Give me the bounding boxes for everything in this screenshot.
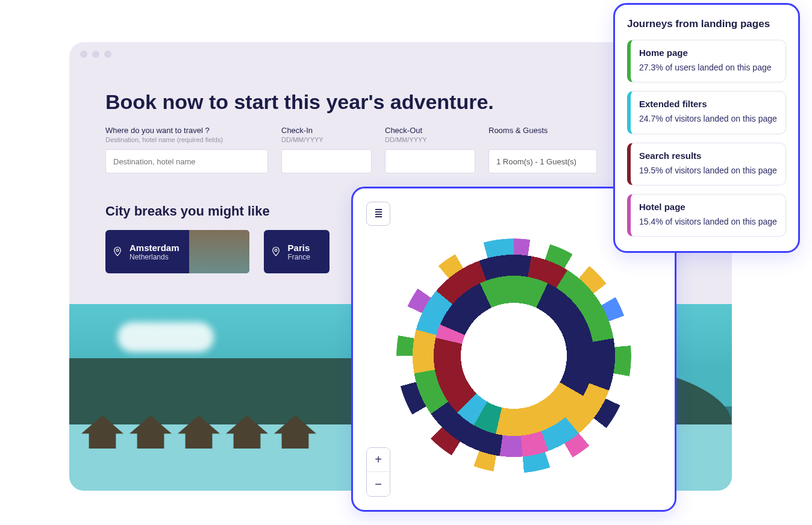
- city-name: Amsterdam: [130, 243, 180, 253]
- journey-card-filters[interactable]: Extended filters 24.7% of visitors lande…: [627, 91, 786, 134]
- destination-input[interactable]: [105, 149, 268, 173]
- field-hint: DD/MM/YYYY: [281, 136, 372, 143]
- journey-card-hotel[interactable]: Hotel page 15.4% of visitors landed on t…: [627, 194, 786, 237]
- sunburst-chart[interactable]: [396, 238, 631, 473]
- city-card-text: Paris France: [288, 243, 320, 261]
- city-card-paris[interactable]: Paris France: [264, 230, 329, 273]
- checkout-field: Check-Out DD/MM/YYYY: [385, 126, 475, 173]
- list-toggle-button[interactable]: ≣: [366, 202, 390, 226]
- city-thumbnail: [189, 230, 249, 273]
- checkout-input[interactable]: [385, 149, 475, 173]
- journey-card-subtitle: 19.5% of visitors landed on this page: [639, 164, 777, 176]
- destination-field: Where do you want to travel ? Destinatio…: [105, 126, 268, 173]
- rooms-input[interactable]: [489, 149, 597, 173]
- city-name: Paris: [288, 243, 310, 253]
- journey-card-search[interactable]: Search results 19.5% of visitors landed …: [627, 143, 786, 185]
- field-hint: [489, 136, 597, 143]
- city-card-amsterdam[interactable]: Amsterdam Netherlands: [105, 230, 249, 273]
- journeys-panel: Journeys from landing pages Home page 27…: [613, 3, 800, 253]
- location-pin-icon: [264, 246, 288, 257]
- journey-card-title: Search results: [639, 151, 777, 161]
- country-name: France: [288, 253, 310, 261]
- field-label: Check-Out: [385, 126, 475, 135]
- window-dot: [104, 51, 111, 58]
- journey-card-subtitle: 24.7% of visitors landed on this page: [639, 113, 777, 125]
- journey-card-title: Home page: [639, 48, 777, 58]
- journey-card-subtitle: 27.3% of users landed on this page: [639, 61, 777, 73]
- checkin-input[interactable]: [281, 149, 372, 173]
- journey-card-home[interactable]: Home page 27.3% of users landed on this …: [627, 40, 786, 82]
- country-name: Netherlands: [130, 253, 180, 261]
- zoom-out-button[interactable]: −: [367, 472, 390, 496]
- zoom-controls: + −: [366, 447, 390, 497]
- window-dot: [92, 51, 99, 58]
- svg-point-0: [116, 249, 119, 252]
- field-hint: DD/MM/YYYY: [385, 136, 475, 143]
- journeys-title: Journeys from landing pages: [627, 18, 786, 30]
- search-form: Where do you want to travel ? Destinatio…: [105, 126, 696, 173]
- journey-card-subtitle: 15.4% of visitors landed on this page: [639, 216, 777, 228]
- field-label: Check-In: [281, 126, 372, 135]
- journey-card-title: Hotel page: [639, 202, 777, 212]
- zoom-in-button[interactable]: +: [367, 448, 390, 472]
- list-icon: ≣: [374, 207, 383, 220]
- cloud-decoration: [117, 322, 214, 352]
- field-label: Rooms & Guests: [489, 126, 597, 135]
- location-pin-icon: [105, 246, 130, 257]
- checkin-field: Check-In DD/MM/YYYY: [281, 126, 372, 173]
- rooms-field: Rooms & Guests: [489, 126, 597, 173]
- page-title: Book now to start this year's adventure.: [105, 90, 696, 114]
- field-hint: Destination, hotel name (required fields…: [105, 136, 268, 143]
- city-card-text: Amsterdam Netherlands: [130, 243, 189, 261]
- svg-point-1: [275, 249, 277, 252]
- window-dot: [80, 51, 87, 58]
- journey-card-title: Extended filters: [639, 99, 777, 109]
- field-label: Where do you want to travel ?: [105, 126, 268, 135]
